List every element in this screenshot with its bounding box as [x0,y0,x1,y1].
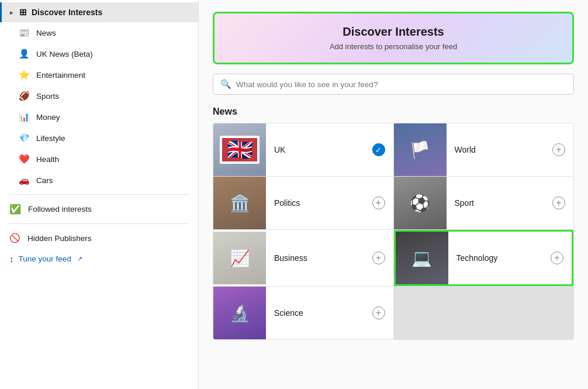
sidebar-item-uk-news[interactable]: 👤 UK News (Beta) [0,43,198,64]
interest-card-science[interactable]: Science + [213,287,393,339]
interest-card-technology[interactable]: Technology + [394,230,574,286]
interest-card-business[interactable]: Business + [213,230,393,286]
thumb-business [213,232,266,284]
sidebar-grid-icon: ⊞ [19,7,27,18]
interest-card-sport[interactable]: Sport + [394,177,574,229]
hidden-publishers-label: Hidden Publishers [27,234,92,243]
plus-icon-sport: + [552,197,565,209]
check-circle-icon: ✅ [9,204,21,215]
thumb-sport [394,177,447,229]
sidebar: ► ⊞ Discover Interests 📰 News 👤 UK News … [0,0,199,389]
sidebar-item-label-entertainment: Entertainment [36,71,85,80]
sidebar-header-label: Discover Interests [32,8,102,17]
interest-label-uk: UK [274,145,364,154]
tune-feed-label: Tune your feed [19,254,71,263]
external-link-icon: ↗ [77,255,82,263]
interest-label-world: World [455,145,545,154]
search-bar[interactable]: 🔍 [213,74,574,95]
plus-icon-business: + [372,252,385,264]
sidebar-item-label-news: News [36,29,56,37]
sidebar-item-money[interactable]: 📊 Money [0,106,198,128]
interest-label-sport: Sport [455,198,545,208]
plus-icon-world: + [552,143,565,156]
interest-label-politics: Politics [274,198,364,208]
interest-card-uk[interactable]: UK ✓ [213,123,393,176]
sidebar-item-news[interactable]: 📰 News [0,22,198,43]
thumb-world [394,123,447,176]
followed-interests-item[interactable]: ✅ Followed interests [0,198,198,220]
lifestyle-icon: 💎 [19,133,29,143]
header-title: Discover Interests [226,25,561,39]
thumb-politics [213,177,266,229]
check-icon-uk: ✓ [372,143,385,156]
sidebar-item-label-cars: Cars [36,176,53,185]
plus-icon-technology: + [551,252,563,264]
uk-news-icon: 👤 [19,49,29,59]
sidebar-item-sports[interactable]: 🏈 Sports [0,85,198,106]
hidden-publishers-item[interactable]: 🚫 Hidden Publishers [0,228,198,249]
thumb-science [213,287,266,339]
sidebar-item-label-uk-news: UK News (Beta) [36,50,93,58]
sidebar-divider-2 [9,223,189,224]
chevron-icon: ► [9,9,15,16]
sidebar-item-lifestyle[interactable]: 💎 Lifestyle [0,128,198,149]
sports-icon: 🏈 [19,91,29,101]
tune-feed-arrows-icon: ↕ [9,254,14,264]
sidebar-nav-list: 📰 News 👤 UK News (Beta) ⭐ Entertainment … [0,22,198,191]
followed-interests-label: Followed interests [28,205,92,214]
thumb-uk [213,123,266,176]
plus-icon-politics: + [372,197,385,209]
main-content: Discover Interests Add interests to pers… [199,0,588,389]
search-input[interactable] [236,80,566,89]
sidebar-item-label-sports: Sports [36,92,59,101]
interest-card-world[interactable]: World + [394,123,574,176]
thumb-technology [396,232,448,284]
sidebar-item-health[interactable]: ❤️ Health [0,149,198,170]
sidebar-item-label-money: Money [36,113,60,122]
money-icon: 📊 [19,112,29,122]
sidebar-item-label-health: Health [36,155,59,164]
sidebar-item-label-lifestyle: Lifestyle [36,134,65,143]
sidebar-item-cars[interactable]: 🚗 Cars [0,170,198,191]
cars-icon: 🚗 [19,175,29,185]
search-icon: 🔍 [220,79,231,89]
interest-label-business: Business [274,253,364,263]
sidebar-item-entertainment[interactable]: ⭐ Entertainment [0,64,198,85]
sidebar-header[interactable]: ► ⊞ Discover Interests [0,2,198,22]
interest-card-politics[interactable]: Politics + [213,177,393,229]
interest-label-science: Science [274,308,364,318]
health-icon: ❤️ [19,154,29,164]
news-icon: 📰 [19,27,29,38]
interest-label-technology: Technology [456,253,543,263]
eye-off-icon: 🚫 [9,233,20,243]
plus-icon-science: + [372,307,385,319]
interests-grid: UK ✓ World + Politics + Sport + Business… [213,123,574,340]
discover-header-card: Discover Interests Add interests to pers… [213,12,574,64]
entertainment-icon: ⭐ [19,70,29,80]
tune-feed-item[interactable]: ↕ Tune your feed ↗ [0,249,198,269]
header-subtitle: Add interests to personalise your feed [226,42,561,51]
sidebar-divider-1 [9,194,189,195]
section-title: News [213,106,574,117]
